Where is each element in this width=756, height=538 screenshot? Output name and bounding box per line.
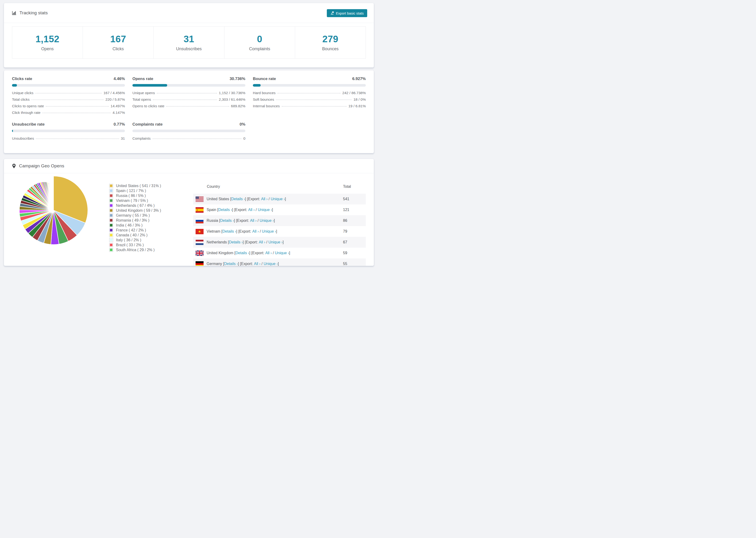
country-cell: Russia [Details ›] [Export: All › / Uniq…	[193, 218, 343, 224]
rate-row-value: 2,303 / 61.446%	[219, 97, 245, 102]
export-unique-link[interactable]: Unique ›	[275, 251, 289, 255]
total-cell: 79	[343, 229, 366, 234]
export-unique-link[interactable]: Unique ›	[268, 240, 283, 244]
rate-head: Complaints rate0%	[133, 122, 245, 127]
rate-title: Opens rate	[133, 77, 153, 81]
legend-item[interactable]: United Kingdom ( 59 / 3% )	[109, 208, 161, 213]
export-unique-link[interactable]: Unique ›	[271, 197, 285, 201]
export-all-link[interactable]: All ›	[259, 240, 265, 244]
details-link[interactable]: Details ›	[220, 219, 234, 223]
export-all-link[interactable]: All ›	[265, 251, 272, 255]
legend-country-label: United Kingdom	[116, 208, 143, 213]
rate-head: Bounce rate6.927%	[253, 77, 366, 81]
legend-swatch	[109, 218, 113, 222]
rate-row-label: Unique clicks	[12, 91, 33, 95]
token-export-prefix: ] [Export:	[245, 197, 261, 201]
details-link[interactable]: Details ›	[231, 197, 245, 201]
rate-title: Complaints rate	[133, 122, 162, 127]
details-link[interactable]: Details ›	[224, 262, 238, 266]
legend-item[interactable]: India ( 46 / 3% )	[109, 223, 161, 228]
rate-row-label: Total clicks	[12, 97, 29, 102]
progress-bar	[133, 130, 245, 132]
export-all-link[interactable]: All ›	[250, 219, 257, 223]
rate-row-value: 4.147%	[112, 111, 125, 115]
token-close-bracket: ]	[278, 262, 279, 266]
details-link[interactable]: Details ›	[229, 240, 243, 244]
export-all-link[interactable]: All ›	[248, 208, 255, 212]
rate-row: Unique clicks167 / 4.456%	[12, 90, 125, 96]
rate-row-label: Click through rate	[12, 111, 40, 115]
legend-token: (	[131, 218, 134, 223]
rate-value: 6.927%	[352, 77, 366, 81]
details-link[interactable]: Details ›	[218, 208, 232, 212]
legend-item[interactable]: South Africa ( 29 / 2% )	[109, 247, 161, 252]
legend-item[interactable]: Brazil ( 33 / 2% )	[109, 242, 161, 247]
stat-value: 0	[257, 34, 262, 44]
rate-rows: Unique opens1,152 / 30.736%Total opens2,…	[133, 90, 245, 109]
legend-token: )	[144, 228, 146, 232]
export-unique-link[interactable]: Unique ›	[264, 262, 278, 266]
details-link[interactable]: Details ›	[236, 251, 249, 255]
legend-item[interactable]: United States ( 541 / 31% )	[109, 183, 161, 188]
campaign-geo-opens-card: Campaign Geo Opens United States ( 541 /…	[4, 159, 374, 266]
geo-header: Campaign Geo Opens	[4, 159, 374, 173]
legend-country-value: 86	[131, 194, 135, 198]
legend-item[interactable]: Russia ( 86 / 5% )	[109, 193, 161, 198]
export-all-link[interactable]: All ›	[261, 197, 268, 201]
legend-country-label: Italy	[116, 238, 123, 242]
rate-value: 0%	[240, 122, 245, 127]
legend-item[interactable]: Canada ( 40 / 2% )	[109, 233, 161, 238]
legend-token: /	[138, 218, 141, 223]
legend-item[interactable]: Romania ( 49 / 3% )	[109, 218, 161, 223]
legend-item[interactable]: Netherlands ( 67 / 4% )	[109, 203, 161, 208]
rate-row-label: Clicks to opens rate	[12, 104, 44, 108]
gb-flag-icon	[195, 250, 207, 256]
country-column-header: Country	[193, 185, 343, 189]
stat-box: 167Clicks	[82, 26, 153, 59]
rates-grid: Clicks rate4.46%Unique clicks167 / 4.456…	[4, 71, 374, 147]
details-link[interactable]: Details ›	[222, 229, 236, 234]
legend-token: /	[136, 233, 140, 237]
token-export-prefix: ] [Export:	[243, 240, 259, 244]
rate-row-value: 31	[121, 136, 125, 140]
token-close-bracket: ]	[285, 197, 286, 201]
legend-country-value: 59	[146, 208, 150, 213]
export-button-label: Export basic stats	[336, 11, 364, 15]
legend-country-value: 36	[126, 238, 131, 242]
stat-box: 31Unsubscribes	[153, 26, 224, 59]
rate-row-value: 242 / 86.738%	[342, 91, 366, 95]
legend-token: )	[147, 213, 150, 218]
rate-row-label: Total opens	[133, 97, 151, 102]
export-all-link[interactable]: All ›	[254, 262, 261, 266]
stat-value: 167	[110, 34, 126, 44]
legend-country-pct: 4%	[147, 203, 152, 208]
legend-country-label: Russia	[116, 194, 128, 198]
legend-swatch	[109, 243, 113, 247]
progress-bar	[133, 84, 245, 86]
rate-row-value: 0	[243, 136, 245, 140]
total-column-header: Total	[343, 185, 366, 189]
tracking-stats-header: Tracking stats Export basic stats	[4, 3, 374, 23]
rate-row: Complaints0	[133, 135, 245, 142]
legend-item[interactable]: Germany ( 55 / 3% )	[109, 213, 161, 218]
rate-head: Unsubscribe rate0.77%	[12, 122, 125, 127]
stat-label: Opens	[41, 46, 54, 51]
geo-table-header: Country Total	[193, 179, 366, 194]
export-unique-link[interactable]: Unique ›	[260, 219, 274, 223]
legend-country-value: 55	[135, 213, 139, 218]
legend-token: /	[135, 189, 138, 193]
export-unique-link[interactable]: Unique ›	[258, 208, 272, 212]
export-basic-stats-button[interactable]: Export basic stats	[327, 9, 367, 17]
legend-token: )	[159, 184, 161, 188]
legend-token: (	[136, 203, 139, 208]
legend-item[interactable]: Spain ( 121 / 7% )	[109, 188, 161, 193]
progress-bar	[12, 130, 125, 132]
legend-item[interactable]: France ( 42 / 2% )	[109, 228, 161, 233]
export-unique-link[interactable]: Unique ›	[262, 229, 276, 234]
token-close-bracket: ]	[274, 219, 275, 223]
export-all-link[interactable]: All ›	[252, 229, 259, 234]
token-close-bracket: ]	[272, 208, 273, 212]
progress-bar-fill	[253, 84, 261, 86]
legend-item[interactable]: Italy ( 36 / 2% )	[109, 238, 161, 242]
legend-item[interactable]: Vietnam ( 79 / 5% )	[109, 198, 161, 203]
